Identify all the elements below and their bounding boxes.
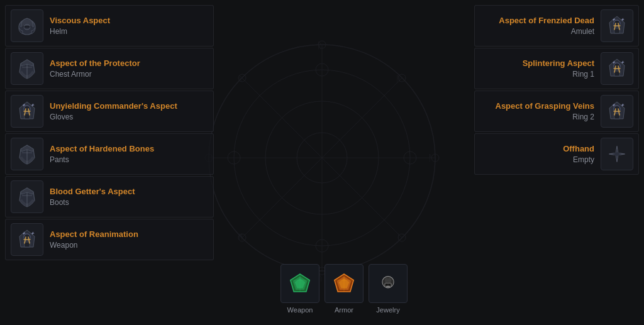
left-item-4[interactable]: Blood Getter's Aspect Boots bbox=[5, 176, 214, 218]
item-name-1: Aspect of the Protector bbox=[50, 58, 140, 69]
right-item-name-0: Aspect of Frenzied Dead bbox=[499, 16, 594, 26]
gem-label-1: Armor bbox=[335, 306, 353, 314]
item-slot-5: Weapon bbox=[50, 241, 138, 250]
gem-box-1 bbox=[325, 264, 364, 303]
item-text-2: Unyielding Commander's Aspect Gloves bbox=[50, 101, 177, 122]
item-name-0: Viscous Aspect bbox=[50, 16, 110, 26]
item-text-5: Aspect of Reanimation Weapon bbox=[50, 229, 138, 250]
item-name-4: Blood Getter's Aspect bbox=[50, 187, 135, 197]
svg-rect-58 bbox=[389, 284, 390, 286]
offhand-status: Empty bbox=[563, 155, 594, 164]
offhand-row[interactable]: Offhand Empty bbox=[474, 133, 639, 175]
svg-text:✦: ✦ bbox=[611, 60, 616, 65]
left-item-3[interactable]: Aspect of Hardened Bones Pants bbox=[5, 133, 214, 175]
svg-rect-57 bbox=[386, 284, 387, 286]
gems-row: Weapon Armor Jewelry bbox=[280, 264, 408, 314]
svg-text:✦: ✦ bbox=[620, 17, 625, 23]
right-column: ✦ ✦ Aspect of Frenzied Dead Amulet ✦ ✦ S… bbox=[474, 0, 644, 325]
svg-text:✦: ✦ bbox=[620, 102, 625, 108]
svg-text:✦: ✦ bbox=[620, 60, 625, 65]
offhand-label: Offhand bbox=[563, 144, 594, 155]
left-column: Viscous Aspect Helm Aspect of the Protec… bbox=[0, 0, 214, 325]
right-item-slot-2: Ring 2 bbox=[496, 113, 595, 121]
right-item-text-1: Splintering Aspect Ring 1 bbox=[523, 58, 594, 79]
right-item-icon-0: ✦ ✦ bbox=[601, 9, 633, 42]
right-item-2[interactable]: ✦ ✦ Aspect of Grasping Veins Ring 2 bbox=[474, 91, 639, 132]
gem-item-1[interactable]: Armor bbox=[325, 264, 364, 314]
center-column: Weapon Armor Jewelry bbox=[214, 0, 474, 325]
gems-section: Weapon Armor Jewelry bbox=[280, 259, 408, 314]
gem-label-0: Weapon bbox=[287, 306, 313, 314]
svg-text:✦: ✦ bbox=[611, 102, 616, 108]
right-item-1[interactable]: ✦ ✦ Splintering Aspect Ring 1 bbox=[474, 48, 639, 89]
item-slot-2: Gloves bbox=[50, 113, 177, 121]
gem-box-2 bbox=[369, 264, 408, 303]
item-name-3: Aspect of Hardened Bones bbox=[50, 144, 154, 155]
item-text-3: Aspect of Hardened Bones Pants bbox=[50, 144, 154, 165]
item-slot-4: Boots bbox=[50, 198, 135, 207]
item-icon-3 bbox=[11, 138, 43, 170]
left-item-1[interactable]: Aspect of the Protector Chest Armor bbox=[5, 48, 214, 89]
gem-item-2[interactable]: Jewelry bbox=[369, 264, 408, 314]
item-icon-5: ✦ ✦ bbox=[11, 223, 43, 256]
left-item-0[interactable]: Viscous Aspect Helm bbox=[5, 5, 214, 47]
svg-text:✦: ✦ bbox=[30, 102, 35, 108]
right-item-name-2: Aspect of Grasping Veins bbox=[496, 101, 595, 112]
svg-point-55 bbox=[387, 278, 391, 283]
gem-label-2: Jewelry bbox=[376, 306, 399, 314]
svg-text:✦: ✦ bbox=[611, 17, 616, 23]
item-icon-0 bbox=[11, 9, 43, 42]
item-text-4: Blood Getter's Aspect Boots bbox=[50, 187, 135, 207]
svg-text:✦: ✦ bbox=[30, 231, 35, 236]
svg-text:✦: ✦ bbox=[21, 231, 26, 236]
item-icon-2: ✦ ✦ bbox=[11, 95, 43, 128]
right-item-0[interactable]: ✦ ✦ Aspect of Frenzied Dead Amulet bbox=[474, 5, 639, 47]
left-item-5[interactable]: ✦ ✦ Aspect of Reanimation Weapon bbox=[5, 219, 214, 260]
offhand-text: Offhand Empty bbox=[563, 144, 594, 165]
svg-rect-59 bbox=[386, 286, 390, 287]
gem-box-0 bbox=[280, 264, 319, 303]
item-name-2: Unyielding Commander's Aspect bbox=[50, 101, 177, 112]
item-slot-3: Pants bbox=[50, 155, 154, 164]
item-name-5: Aspect of Reanimation bbox=[50, 229, 138, 240]
offhand-icon bbox=[601, 138, 633, 170]
right-item-name-1: Splintering Aspect bbox=[523, 58, 594, 69]
right-item-icon-1: ✦ ✦ bbox=[601, 52, 633, 85]
right-item-slot-1: Ring 1 bbox=[523, 70, 594, 79]
item-text-1: Aspect of the Protector Chest Armor bbox=[50, 58, 140, 79]
right-item-slot-0: Amulet bbox=[499, 27, 594, 36]
svg-text:✦: ✦ bbox=[21, 102, 26, 108]
right-item-icon-2: ✦ ✦ bbox=[601, 95, 633, 128]
right-item-text-2: Aspect of Grasping Veins Ring 2 bbox=[496, 101, 595, 122]
right-item-text-0: Aspect of Frenzied Dead Amulet bbox=[499, 16, 594, 36]
item-slot-0: Helm bbox=[50, 27, 110, 36]
left-item-2[interactable]: ✦ ✦ Unyielding Commander's Aspect Gloves bbox=[5, 91, 214, 132]
item-slot-1: Chest Armor bbox=[50, 70, 140, 79]
item-icon-4 bbox=[11, 180, 43, 213]
item-text-0: Viscous Aspect Helm bbox=[50, 16, 110, 36]
gem-item-0[interactable]: Weapon bbox=[280, 264, 319, 314]
item-icon-1 bbox=[11, 52, 43, 85]
